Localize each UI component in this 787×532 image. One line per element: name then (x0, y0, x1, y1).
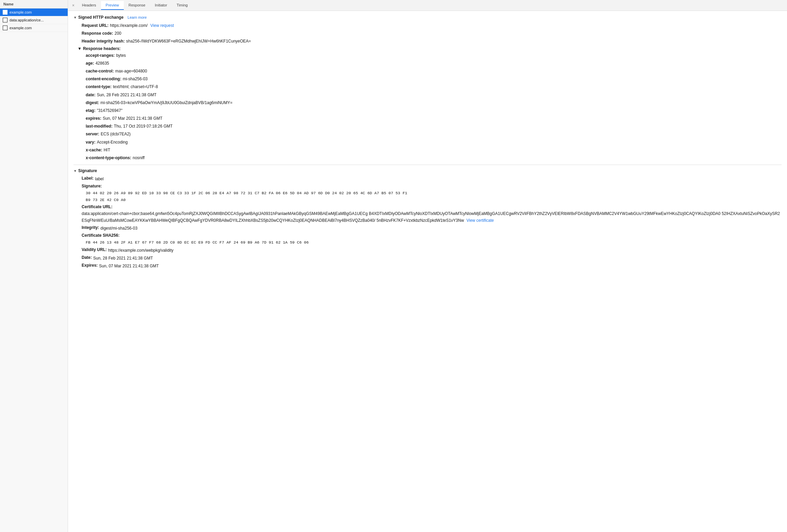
cert-url-row: Certificate URL: (82, 204, 782, 209)
tab-close-button[interactable]: × (69, 2, 77, 9)
response-code-label: Response code: (82, 30, 113, 37)
sig-signature-key: Signature: (82, 184, 102, 188)
response-header-value-4: text/html; charset=UTF-8 (113, 84, 158, 90)
validity-url-key: Validity URL: (82, 247, 107, 254)
tab-response[interactable]: Response (124, 1, 150, 10)
response-header-label-1: age: (86, 60, 94, 67)
validity-url-row: Validity URL: https://example.com/webpkg… (82, 247, 782, 254)
cert-url-line4: 5nBHzvFK7KF+VzxtkbzNzcEpkdW1teS1vY3Nw (376, 218, 464, 223)
request-url-row: Request URL: https://example.com/ View r… (82, 22, 782, 29)
tab-bar: × Headers Preview Response Initiator Tim… (68, 0, 787, 11)
sidebar-item-2[interactable]: example.com (0, 24, 68, 32)
response-header-row-3: content-encoding:mi-sha256-03 (86, 76, 782, 82)
signed-http-exchange-section: ▼ Signed HTTP exchange Learn more Reques… (73, 15, 782, 161)
response-header-row-11: vary:Accept-Encoding (86, 139, 782, 146)
sidebar-item-label-0: example.com (10, 10, 32, 14)
response-header-label-3: content-encoding: (86, 76, 121, 82)
integrity-value: digest/mi-sha256-03 (100, 225, 137, 232)
integrity-row: Integrity: digest/mi-sha256-03 (82, 225, 782, 232)
response-headers-title: ▼ Response headers: (78, 46, 782, 51)
response-headers-section: ▼ Response headers: accept-ranges:bytesa… (78, 46, 782, 162)
integrity-key: Integrity: (82, 225, 99, 232)
cert-url-line1: data:application/cert-chain+cbor;base64,… (82, 211, 368, 216)
response-header-row-8: expires:Sun, 07 Mar 2021 21:41:38 GMT (86, 115, 782, 122)
response-headers-triangle: ▼ (78, 46, 82, 51)
sidebar-item-1[interactable]: data:application/ce... (0, 16, 68, 24)
learn-more-link[interactable]: Learn more (128, 15, 147, 19)
file-icon-0 (3, 10, 7, 15)
response-header-label-11: vary: (86, 139, 96, 146)
response-header-value-6: mi-sha256-03=kcwVP6aOwYmA/j9JbUU0GbuiZdn… (100, 100, 232, 106)
cert-sha256-value: FB 44 26 13 48 2F A1 E7 67 F7 68 2D C0 8… (86, 239, 782, 246)
cert-sha256-key: Certificate SHA256: (82, 233, 119, 238)
header-integrity-row: Header integrity hash: sha256-/IWdYDKW66… (82, 38, 782, 45)
response-header-value-5: Sun, 28 Feb 2021 21:41:38 GMT (97, 92, 156, 98)
response-header-label-9: last-modified: (86, 123, 113, 130)
response-header-label-8: expires: (86, 115, 101, 122)
response-code-value: 200 (115, 30, 121, 37)
response-header-row-13: x-content-type-options:nosniff (86, 155, 782, 161)
response-header-value-7: "3147526947" (97, 107, 122, 114)
sig-label-value: label (95, 176, 103, 182)
file-icon-2 (3, 26, 7, 30)
main-panel: × Headers Preview Response Initiator Tim… (68, 0, 787, 532)
response-header-row-0: accept-ranges:bytes (86, 52, 782, 59)
expires-value: Sun, 07 Mar 2021 21:41:38 GMT (99, 263, 158, 269)
tab-headers[interactable]: Headers (77, 1, 101, 10)
tab-preview[interactable]: Preview (101, 1, 124, 10)
response-header-row-2: cache-control:max-age=604800 (86, 68, 782, 74)
signature-section: ▼ Signature Label: label Signature: 30 4… (73, 168, 782, 269)
response-header-label-5: date: (86, 92, 96, 98)
sidebar-item-0[interactable]: example.com (0, 9, 68, 16)
response-header-value-1: 428635 (96, 60, 109, 67)
response-header-label-4: content-type: (86, 84, 112, 90)
response-header-label-0: accept-ranges: (86, 52, 115, 59)
content-area: ▼ Signed HTTP exchange Learn more Reques… (68, 11, 787, 532)
view-request-link[interactable]: View request (150, 22, 174, 29)
response-header-label-6: digest: (86, 100, 99, 106)
sig-label-key: Label: (82, 176, 94, 182)
response-header-value-9: Thu, 17 Oct 2019 07:18:26 GMT (114, 123, 173, 130)
tab-timing[interactable]: Timing (172, 1, 192, 10)
sig-label-row: Label: label (82, 176, 782, 182)
tab-initiator[interactable]: Initiator (150, 1, 172, 10)
triangle-icon: ▼ (73, 16, 77, 19)
divider-1 (73, 165, 782, 165)
signed-http-exchange-title: ▼ Signed HTTP exchange Learn more (73, 15, 782, 20)
response-header-label-10: server: (86, 131, 99, 137)
file-icon-1 (3, 18, 7, 22)
sidebar-item-label-2: example.com (10, 26, 32, 30)
response-header-row-7: etag:"3147526947" (86, 107, 782, 114)
sig-signature-row: Signature: (82, 184, 782, 188)
response-header-value-2: max-age=604800 (115, 68, 147, 74)
response-header-value-8: Sun, 07 Mar 2021 21:41:38 GMT (103, 115, 162, 122)
sidebar: Name example.com data:application/ce... … (0, 0, 68, 532)
response-header-value-13: nosniff (133, 155, 145, 161)
request-url-value: https://example.com/ (110, 22, 148, 29)
response-header-value-0: bytes (116, 52, 126, 59)
response-header-value-10: ECS (dcb/7EA2) (101, 131, 131, 137)
header-integrity-label: Header integrity hash: (82, 38, 125, 45)
response-header-row-9: last-modified:Thu, 17 Oct 2019 07:18:26 … (86, 123, 782, 130)
sidebar-item-label-1: data:application/ce... (10, 18, 44, 22)
cert-url-key: Certificate URL: (82, 204, 113, 209)
response-header-label-13: x-content-type-options: (86, 155, 131, 161)
response-header-row-4: content-type:text/html; charset=UTF-8 (86, 84, 782, 90)
response-header-row-6: digest:mi-sha256-03=kcwVP6aOwYmA/j9JbUU0… (86, 100, 782, 106)
date-row: Date: Sun, 28 Feb 2021 21:41:38 GMT (82, 255, 782, 262)
signature-triangle: ▼ (73, 169, 77, 173)
expires-row: Expires: Sun, 07 Mar 2021 21:41:38 GMT (82, 263, 782, 269)
cert-sha256-row: Certificate SHA256: (82, 233, 782, 238)
view-certificate-link[interactable]: View certificate (466, 218, 493, 223)
response-header-label-7: etag: (86, 107, 96, 114)
sig-signature-line2: B9 73 2E 42 C0 A0 (86, 197, 782, 203)
response-header-row-12: x-cache:HIT (86, 147, 782, 153)
sidebar-header: Name (0, 0, 68, 9)
response-header-label-12: x-cache: (86, 147, 102, 153)
response-header-label-2: cache-control: (86, 68, 114, 74)
cert-url-block: data:application/cert-chain+cbor;base64,… (82, 211, 782, 223)
signature-title: ▼ Signature (73, 168, 782, 173)
response-header-row-10: server:ECS (dcb/7EA2) (86, 131, 782, 137)
response-header-value-12: HIT (104, 147, 110, 153)
response-header-row-5: date:Sun, 28 Feb 2021 21:41:38 GMT (86, 92, 782, 98)
